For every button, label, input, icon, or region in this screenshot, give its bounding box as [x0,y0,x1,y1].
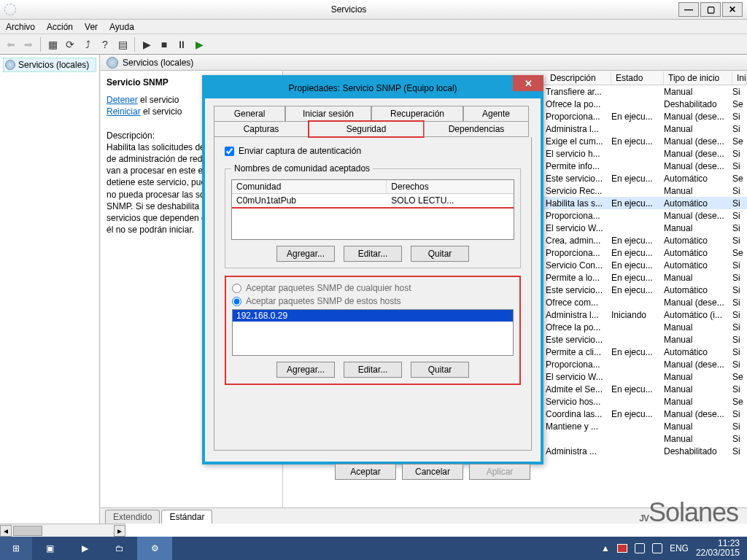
community-rights: SOLO LECTU... [387,194,514,207]
tab-seguridad[interactable]: Seguridad [309,121,424,137]
tree-node-servicios-locales[interactable]: Servicios (locales) [3,58,96,72]
app-icon [4,4,16,15]
auth-trap-input[interactable] [225,147,234,156]
menu-ayuda[interactable]: Ayuda [109,22,134,32]
start-button[interactable]: ⊞ [0,537,32,560]
cancel-button[interactable]: Cancelar [402,464,463,480]
window-titlebar: Servicios — ▢ ✕ [0,0,747,20]
stop-icon[interactable]: ■ [156,36,172,52]
hosts-section: Aceptar paquetes SNMP de cualquier host … [225,276,521,385]
tray-network-icon[interactable] [635,543,645,553]
radio-these-hosts[interactable]: Aceptar paquetes SNMP de estos hosts [232,296,514,306]
pane-title: Servicios (locales) [123,58,193,68]
community-edit-button[interactable]: Editar... [344,246,402,262]
radio-any-host[interactable]: Aceptar paquetes SNMP de cualquier host [232,283,514,293]
col-derechos[interactable]: Derechos [387,180,514,193]
tab-iniciar-sesion[interactable]: Iniciar sesión [285,106,371,121]
task-explorer[interactable]: 🗀 [102,537,137,560]
communities-legend: Nombres de comunidad aceptados [231,163,373,174]
toolbar-refresh-icon[interactable]: ⟳ [62,36,78,52]
dialog-title: Propiedades: Servicio SNMP (Equipo local… [288,83,457,93]
toolbar-help-icon[interactable]: ? [97,36,113,52]
stop-link[interactable]: Detener [107,95,138,105]
host-item[interactable]: 192.168.0.29 [233,310,513,322]
restart-link[interactable]: Reiniciar [107,106,141,117]
properties-dialog: Propiedades: Servicio SNMP (Equipo local… [202,75,543,464]
col-ini[interactable]: Ini [732,71,747,85]
gear-icon [5,60,15,70]
menu-ver[interactable]: Ver [85,22,98,32]
col-tipo[interactable]: Tipo de inicio [664,71,732,85]
tree-node-label: Servicios (locales) [18,60,89,70]
maximize-button[interactable]: ▢ [700,2,721,17]
tree-pane: Servicios (locales) [0,55,100,524]
task-powershell[interactable]: ▶ [67,537,102,560]
host-add-button[interactable]: Agregar... [276,362,335,378]
host-remove-button[interactable]: Quitar [411,362,469,378]
host-edit-button[interactable]: Editar... [344,362,402,378]
col-desc[interactable]: Descripción [546,71,611,85]
menu-archivo[interactable]: Archivo [6,22,35,32]
menu-accion[interactable]: Acción [47,22,73,32]
task-services[interactable]: ⚙ [137,537,172,560]
tab-capturas[interactable]: Capturas [214,121,309,137]
auth-trap-checkbox[interactable]: Enviar captura de autenticación [225,146,521,156]
scroll-left-icon[interactable]: ◂ [0,525,12,537]
toolbar-props-icon[interactable]: ▤ [115,36,131,52]
ok-button[interactable]: Aceptar [335,464,396,480]
task-server-manager[interactable]: ▣ [32,537,67,560]
col-estado[interactable]: Estado [611,71,664,85]
tab-estandar[interactable]: Estándar [161,510,212,524]
toolbar-view-icon[interactable]: ▦ [44,36,61,52]
communities-table[interactable]: Comunidad Derechos C0mUn1tatPub SOLO LEC… [231,179,514,240]
toolbar: ⬅ ➡ ▦ ⟳ ⤴ ? ▤ ▶ ■ ⏸ ▶ [0,34,747,55]
back-button[interactable]: ⬅ [3,36,19,52]
restart-icon[interactable]: ▶ [191,36,207,52]
tray-flag-icon[interactable]: ▲ [601,543,610,553]
toolbar-export-icon[interactable]: ⤴ [80,36,96,52]
tab-dependencias[interactable]: Dependencias [424,121,529,137]
forward-button[interactable]: ➡ [20,36,36,52]
taskbar: ⊞ ▣ ▶ 🗀 ⚙ ▲ ENG 11:23 22/03/2015 [0,537,747,560]
pane-header: Servicios (locales) [101,55,747,71]
tab-extendido[interactable]: Extendido [105,510,160,524]
scroll-right-icon[interactable]: ▸ [114,525,125,537]
community-remove-button[interactable]: Quitar [411,246,469,262]
community-row[interactable]: C0mUn1tatPub SOLO LECTU... [232,194,514,209]
hosts-listbox[interactable]: 192.168.0.29 [232,309,514,356]
menubar: Archivo Acción Ver Ayuda [0,20,747,34]
pause-icon[interactable]: ⏸ [174,36,190,52]
dialog-close-button[interactable]: ✕ [513,75,543,91]
dialog-titlebar: Propiedades: Servicio SNMP (Equipo local… [205,78,541,98]
gear-icon [107,57,118,69]
community-add-button[interactable]: Agregar... [276,246,335,262]
communities-group: Nombres de comunidad aceptados Comunidad… [225,163,521,268]
tray-lang[interactable]: ENG [670,543,689,553]
close-button[interactable]: ✕ [722,2,743,17]
tab-general[interactable]: General [214,106,285,121]
scroll-thumb[interactable] [13,526,42,536]
watermark: JVSolanes [639,497,738,528]
minimize-button[interactable]: — [678,2,699,17]
tray-shield-icon[interactable] [617,544,627,553]
community-name: C0mUn1tatPub [232,194,387,207]
window-title: Servicios [20,4,677,15]
tray-clock[interactable]: 11:23 22/03/2015 [696,539,740,558]
tab-agente[interactable]: Agente [463,106,529,121]
col-comunidad[interactable]: Comunidad [232,180,387,193]
tab-recuperacion[interactable]: Recuperación [371,106,463,121]
apply-button[interactable]: Aplicar [469,464,530,480]
left-scrollbar[interactable]: ◂ ▸ [0,524,125,537]
tray-sound-icon[interactable] [652,543,662,553]
play-icon[interactable]: ▶ [139,36,155,52]
